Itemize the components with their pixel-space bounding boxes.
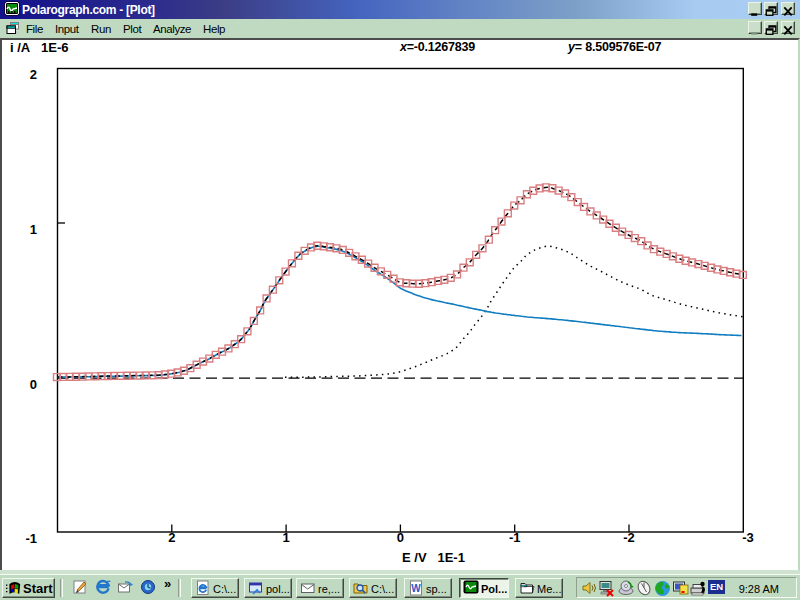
svg-text:x=-0.1267839: x=-0.1267839 (399, 40, 475, 54)
svg-text:1: 1 (30, 222, 37, 237)
svg-text:2: 2 (168, 530, 175, 545)
svg-text:y= 8.509576E-07: y= 8.509576E-07 (567, 40, 662, 54)
svg-text:-2: -2 (623, 530, 635, 545)
svg-text:W: W (411, 583, 421, 594)
svg-text:0: 0 (30, 377, 37, 392)
svg-text:E /V 1E-1: E /V 1E-1 (402, 550, 465, 565)
svg-text:0: 0 (397, 530, 404, 545)
svg-text:-1: -1 (509, 530, 521, 545)
svg-text:-3: -3 (742, 530, 754, 545)
svg-text:i /A 1E-6: i /A 1E-6 (10, 40, 69, 55)
svg-text:-1: -1 (25, 531, 37, 546)
svg-text:2: 2 (30, 67, 37, 82)
svg-text:1: 1 (282, 530, 289, 545)
